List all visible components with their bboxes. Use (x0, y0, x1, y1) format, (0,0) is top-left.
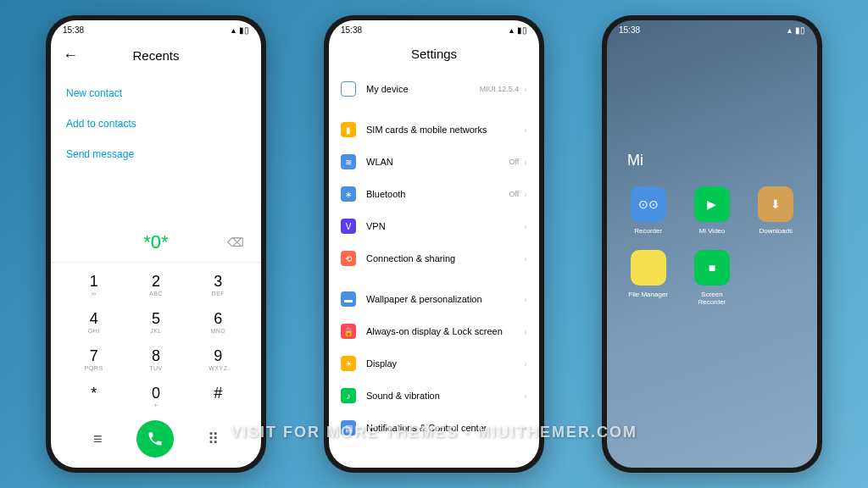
key-1[interactable]: 1∞ (63, 266, 125, 303)
settings-item-label: Sound & vibration (366, 391, 524, 401)
key-8[interactable]: 8TUV (125, 341, 186, 378)
add-to-contacts-link[interactable]: Add to contacts (66, 108, 246, 139)
status-icons: ▴ ▮▯ (509, 25, 527, 35)
backspace-icon[interactable]: ⌫ (227, 236, 244, 249)
key-letters: ABC (125, 291, 186, 297)
chevron-right-icon: › (524, 423, 527, 433)
bluetooth-icon: ∗ (341, 186, 356, 202)
key-letters: GHI (63, 328, 125, 334)
key-number: * (63, 385, 125, 402)
settings-item-value: MIUI 12.5.4 (480, 85, 520, 93)
app-recorder[interactable]: ⊙⊙Recorder (624, 186, 672, 235)
app-file-manager[interactable]: File Manager (624, 250, 672, 306)
settings-item-connection[interactable]: ⟲Connection & sharing› (341, 242, 527, 274)
dial-display: *0* ⌫ (51, 223, 261, 263)
key-5[interactable]: 5JKL (125, 303, 186, 341)
key-#[interactable]: # (187, 378, 249, 415)
key-number: 3 (187, 273, 249, 291)
settings-item-label: Notifications & Control center (366, 423, 524, 433)
chevron-right-icon: › (524, 84, 527, 94)
settings-item-display[interactable]: ☀Display› (341, 347, 527, 380)
chevron-right-icon: › (524, 125, 527, 135)
wallpaper-icon: ▬ (341, 291, 356, 307)
chevron-right-icon: › (524, 326, 527, 336)
my-device-icon: ▢ (341, 81, 356, 97)
settings-item-label: Wallpaper & personalization (366, 294, 524, 304)
app-screen-recorder[interactable]: ■Screen Recorder (687, 250, 736, 306)
chevron-right-icon: › (524, 157, 527, 167)
settings-item-bluetooth[interactable]: ∗BluetoothOff› (341, 178, 527, 210)
settings-item-value: Off (509, 158, 519, 166)
battery-icon: ▮▯ (239, 25, 249, 35)
status-time: 15:38 (341, 25, 362, 35)
key-letters: WXYZ (187, 365, 249, 371)
settings-item-wallpaper[interactable]: ▬Wallpaper & personalization› (341, 283, 527, 315)
send-message-link[interactable]: Send message (66, 139, 246, 169)
chevron-right-icon: › (524, 253, 527, 263)
settings-item-wlan[interactable]: ≋WLANOff› (341, 146, 527, 178)
dialer-header: ← Recents (51, 40, 261, 75)
key-6[interactable]: 6MNO (187, 303, 249, 341)
key-number: 8 (125, 347, 186, 365)
key-number: 6 (187, 310, 249, 328)
key-9[interactable]: 9WXYZ (187, 341, 249, 378)
app-label: Downloads (760, 227, 793, 235)
phone-settings: 15:38 ▴ ▮▯ Settings ▢My deviceMIUI 12.5.… (324, 15, 544, 473)
app-mi-video[interactable]: ▶Mi Video (687, 186, 736, 235)
chevron-right-icon: › (524, 189, 527, 199)
app-label: File Manager (628, 291, 668, 298)
settings-item-notifications[interactable]: ▤Notifications & Control center› (341, 412, 527, 444)
always-on-icon: 🔒 (341, 324, 356, 339)
key-4[interactable]: 4GHI (63, 303, 125, 341)
new-contact-link[interactable]: New contact (66, 78, 246, 108)
menu-icon[interactable]: ≡ (93, 430, 103, 448)
entered-number: *0* (143, 231, 168, 253)
folder-title: Mi (624, 152, 800, 169)
connection-icon: ⟲ (341, 251, 356, 266)
app-downloads[interactable]: ⬇Downloads (752, 186, 800, 235)
settings-item-my-device[interactable]: ▢My deviceMIUI 12.5.4› (341, 73, 527, 105)
settings-item-vpn[interactable]: VVPN› (341, 210, 527, 242)
settings-item-always-on[interactable]: 🔒Always-on display & Lock screen› (341, 315, 527, 347)
key-letters: PQRS (63, 365, 125, 371)
phone-dialer: 15:38 ▴ ▮▯ ← Recents New contactAdd to c… (46, 15, 266, 473)
phone-home: 15:38 ▴ ▮▯ Mi ⊙⊙Recorder▶Mi Video⬇Downlo… (602, 15, 822, 473)
key-0[interactable]: 0+ (125, 378, 186, 415)
settings-item-label: Always-on display & Lock screen (366, 326, 524, 336)
app-label: Recorder (634, 227, 662, 235)
status-time: 15:38 (63, 25, 84, 35)
back-arrow-icon[interactable]: ← (63, 47, 78, 64)
key-number: 1 (63, 273, 125, 291)
key-number: 0 (125, 385, 186, 402)
settings-title: Settings (329, 40, 539, 73)
status-icons: ▴ ▮▯ (231, 25, 249, 35)
status-bar: 15:38 ▴ ▮▯ (329, 20, 539, 40)
status-icons: ▴ ▮▯ (787, 25, 805, 35)
display-icon: ☀ (341, 356, 356, 371)
section-divider (341, 105, 527, 114)
key-2[interactable]: 2ABC (125, 266, 186, 303)
key-letters: MNO (187, 328, 249, 334)
sim-cards-icon: ▮ (341, 122, 356, 137)
settings-item-label: My device (366, 84, 480, 94)
key-letters: + (125, 402, 186, 408)
chevron-right-icon: › (524, 391, 527, 401)
settings-item-value: Off (509, 190, 519, 198)
mi-video-icon: ▶ (694, 186, 730, 222)
settings-item-label: SIM cards & mobile networks (366, 125, 524, 135)
grid-icon[interactable]: ⠿ (208, 430, 219, 448)
key-3[interactable]: 3DEF (187, 266, 249, 303)
settings-item-sim-cards[interactable]: ▮SIM cards & mobile networks› (341, 114, 527, 146)
settings-item-label: WLAN (366, 157, 509, 167)
settings-item-label: VPN (366, 221, 524, 231)
chevron-right-icon: › (524, 358, 527, 369)
vpn-icon: V (341, 219, 356, 234)
key-number: 4 (63, 310, 125, 328)
key-7[interactable]: 7PQRS (63, 341, 125, 378)
key-number: 9 (187, 347, 249, 365)
key-*[interactable]: * (63, 378, 125, 415)
call-button[interactable] (136, 420, 174, 458)
wlan-icon: ≋ (341, 154, 356, 169)
settings-item-sound[interactable]: ♪Sound & vibration› (341, 380, 527, 412)
signal-icon: ▴ (787, 25, 792, 35)
